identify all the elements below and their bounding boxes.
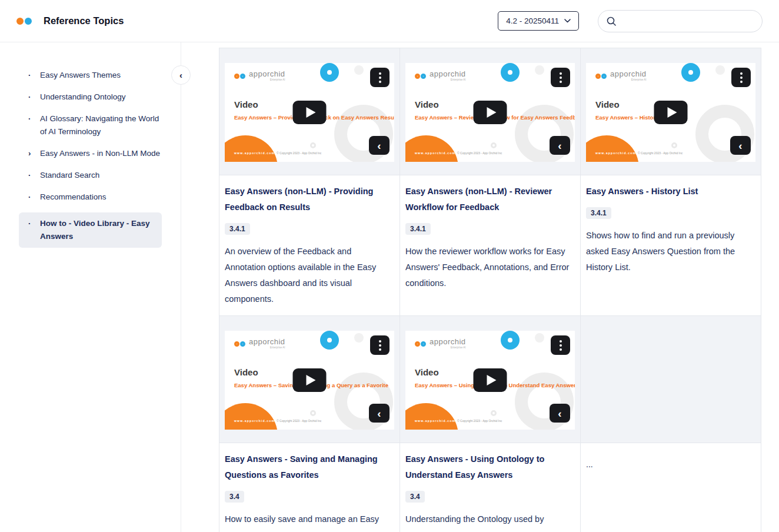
- video-prev-button[interactable]: ‹: [369, 404, 390, 423]
- sidebar-item[interactable]: ·Understanding Ontology: [0, 91, 181, 104]
- video-heading: Video: [234, 367, 258, 377]
- sidebar-item[interactable]: ·Recommendations: [0, 191, 181, 204]
- content-area: www.apporchid.com© Copyright 2023 - App …: [181, 42, 779, 532]
- sidebar-collapse-button[interactable]: ‹: [171, 65, 191, 85]
- bullet-icon: ·: [28, 69, 34, 82]
- bullet-icon: ·: [28, 191, 34, 204]
- kebab-icon: [740, 72, 743, 83]
- chevron-left-icon: ‹: [377, 408, 381, 419]
- sidebar-item[interactable]: ·Standard Search: [0, 169, 181, 182]
- version-badge: 3.4: [225, 491, 244, 503]
- video-prev-button[interactable]: ‹: [369, 136, 390, 155]
- play-button[interactable]: [474, 368, 507, 392]
- video-heading: Video: [415, 99, 439, 109]
- bullet-icon: ·: [28, 217, 34, 230]
- sidebar-item[interactable]: ›Easy Answers - in Non-LLM Mode: [0, 147, 181, 160]
- chevron-left-icon: ‹: [377, 140, 381, 151]
- video-thumbnail-cell: www.apporchid.com© Copyright 2023 - App …: [581, 48, 761, 175]
- card-title: Easy Answers (non-LLM) - Providing Feedb…: [225, 184, 392, 215]
- decor-blue-ring: [320, 331, 339, 350]
- video-text-cell: Easy Answers (non-LLM) - Reviewer Workfl…: [400, 175, 580, 315]
- decor-gray-ring-small: [671, 142, 677, 148]
- version-selector[interactable]: 4.2 - 20250411: [498, 11, 579, 31]
- kebab-icon: [379, 340, 381, 351]
- sidebar-item[interactable]: ·Easy Answers Themes: [0, 69, 181, 82]
- decor-gray-ring-small: [310, 142, 316, 148]
- sidebar-item-label: Easy Answers - in Non-LLM Mode: [40, 147, 160, 160]
- apporchid-logo: apporchidEnterprise AI: [415, 338, 466, 350]
- version-badge: 3.4: [405, 491, 425, 503]
- video-thumbnail[interactable]: www.apporchid.com© Copyright 2023 - App …: [405, 331, 575, 430]
- video-options-button[interactable]: [370, 335, 390, 355]
- apporchid-logo: apporchidEnterprise AI: [415, 70, 466, 82]
- video-prev-button[interactable]: ‹: [550, 136, 570, 155]
- apporchid-logo-icon: [16, 18, 32, 25]
- version-badge: 3.4.1: [225, 223, 250, 235]
- brand-url: www.apporchid.com: [415, 419, 455, 423]
- decor-orange-semicircle: [225, 403, 278, 430]
- play-icon: [306, 107, 315, 118]
- video-prev-button[interactable]: ‹: [730, 136, 751, 155]
- play-button[interactable]: [293, 101, 327, 124]
- play-icon: [306, 375, 315, 385]
- play-button[interactable]: [293, 368, 327, 392]
- page-title: Reference Topics: [44, 15, 124, 26]
- card-title: Easy Answers - Using Ontology to Underst…: [405, 451, 573, 483]
- video-options-button[interactable]: [731, 68, 751, 87]
- chevron-down-icon: [564, 19, 571, 23]
- card-title: Easy Answers - Saving and Managing Quest…: [225, 451, 392, 483]
- sidebar-item[interactable]: ·How to - Video Library - Easy Answers: [19, 212, 162, 248]
- copyright-text: © Copyright 2023 - App Orchid Inc: [457, 419, 502, 423]
- play-button[interactable]: [654, 101, 688, 124]
- video-options-button[interactable]: [551, 335, 570, 355]
- decor-gray-ring-small: [310, 410, 316, 416]
- video-options-button[interactable]: [551, 68, 570, 87]
- brand-name: apporchid: [249, 70, 285, 78]
- video-thumbnail[interactable]: www.apporchid.com© Copyright 2023 - App …: [586, 63, 755, 162]
- kebab-icon: [560, 72, 562, 83]
- chevron-right-icon: ›: [28, 147, 34, 160]
- kebab-icon: [560, 340, 562, 351]
- logo-blue-ring: [240, 74, 245, 79]
- search-input[interactable]: [621, 12, 762, 30]
- brand-name: apporchid: [610, 70, 647, 78]
- brand-name: apporchid: [430, 338, 466, 345]
- decor-gray-dot: [715, 65, 725, 75]
- video-thumbnail-cell: www.apporchid.com© Copyright 2023 - App …: [400, 316, 580, 443]
- logo-blue-ring: [421, 341, 426, 347]
- video-prev-button[interactable]: ‹: [550, 404, 570, 423]
- search-icon: [606, 16, 617, 26]
- logo-orange-ring: [16, 18, 24, 25]
- video-thumbnail[interactable]: www.apporchid.com© Copyright 2023 - App …: [405, 63, 575, 162]
- sidebar-item-label: How to - Video Library - Easy Answers: [40, 217, 155, 243]
- decor-gray-ring-small: [491, 142, 497, 148]
- video-text-cell: Easy Answers - Saving and Managing Quest…: [219, 443, 400, 532]
- brand-name: apporchid: [249, 338, 285, 345]
- video-thumbnail[interactable]: www.apporchid.com© Copyright 2023 - App …: [225, 63, 394, 162]
- chevron-left-icon: ‹: [738, 140, 742, 151]
- video-thumbnail-cell-empty: [581, 316, 761, 443]
- video-thumbnail[interactable]: www.apporchid.com© Copyright 2023 - App …: [225, 331, 394, 430]
- video-options-button[interactable]: [370, 68, 390, 87]
- video-text-cell-empty: ...: [581, 443, 761, 532]
- sidebar-item[interactable]: ·AI Glossary: Navigating the World of AI…: [0, 112, 181, 138]
- bullet-icon: ·: [28, 112, 34, 125]
- decor-gray-ring-small: [491, 410, 497, 416]
- video-heading: Video: [234, 99, 258, 109]
- copyright-text: © Copyright 2023 - App Orchid Inc: [277, 151, 321, 155]
- video-thumbnail-cell: www.apporchid.com© Copyright 2023 - App …: [219, 316, 400, 443]
- play-button[interactable]: [474, 101, 507, 124]
- brand-subtext: Enterprise AI: [451, 79, 466, 82]
- decor-blue-ring: [501, 331, 520, 350]
- brand-subtext: Enterprise AI: [631, 79, 647, 82]
- search-bar[interactable]: [598, 10, 763, 32]
- logo-blue-ring: [25, 18, 32, 25]
- play-icon: [487, 375, 496, 385]
- sidebar-nav: ·Easy Answers Themes·Understanding Ontol…: [0, 69, 181, 248]
- decor-orange-semicircle: [586, 135, 639, 162]
- app-header: Reference Topics 4.2 - 20250411: [0, 0, 779, 42]
- main-area: ‹ ·Easy Answers Themes·Understanding Ont…: [0, 42, 779, 532]
- logo-orange-ring: [234, 341, 239, 347]
- decor-orange-semicircle: [225, 135, 278, 162]
- decor-gray-dot: [535, 65, 544, 75]
